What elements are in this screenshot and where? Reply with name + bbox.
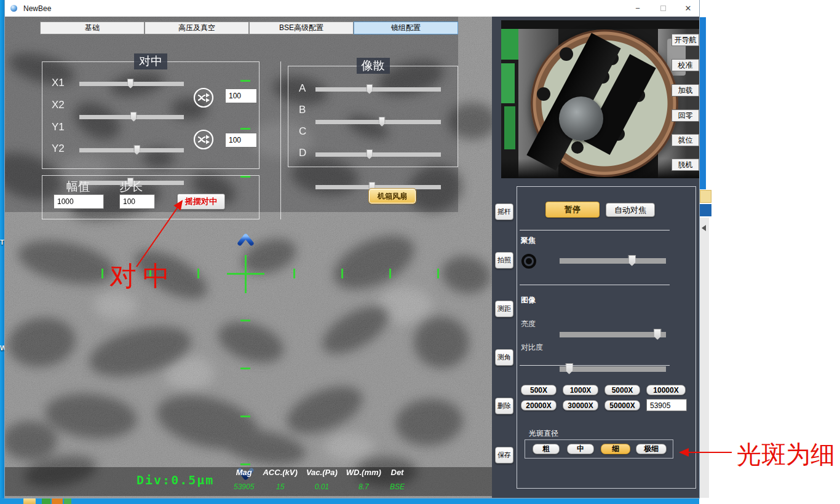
spot-coarse-button[interactable]: 粗 [533, 444, 560, 454]
slider-thumb[interactable] [654, 329, 662, 340]
offline-button[interactable]: 脱机 [672, 159, 699, 171]
centering-slider-x1[interactable] [79, 78, 184, 89]
divider [520, 230, 670, 230]
taskbar-icon-green2[interactable] [64, 497, 71, 504]
slider-thumb[interactable] [130, 112, 137, 122]
astigmatism-group: 像散 A B C D [288, 66, 458, 167]
astig-slider-b[interactable] [315, 116, 441, 127]
chevron-up-icon[interactable] [237, 233, 254, 246]
slider-track[interactable] [315, 87, 441, 92]
focus-slider[interactable] [560, 255, 666, 266]
spot-ultrafine-button[interactable]: 极细 [636, 444, 667, 454]
status-value: 0.01 [306, 482, 338, 491]
taskbar-icon-orange[interactable] [52, 498, 63, 504]
centering-group: 对中 X1 X2 Y1 Y2 [42, 61, 260, 169]
tab-bse-advanced[interactable]: BSE高级配置 [249, 22, 354, 34]
slider-track[interactable] [560, 332, 666, 337]
scroll-left-arrow-icon [702, 225, 706, 231]
chamber-camera-view [501, 20, 699, 178]
astig-slider-a[interactable] [315, 84, 441, 95]
tab-lens-config[interactable]: 镜组配置 [354, 22, 458, 34]
autofocus-button[interactable]: 自动对焦 [606, 203, 655, 217]
status-col-det: Det BSE [390, 468, 405, 491]
status-value: 53905 [234, 482, 254, 491]
control-panel: 暂停 自动对焦 聚焦 图像 亮度 对比度 [492, 17, 699, 498]
status-header: ACC.(kV) [263, 468, 297, 477]
title-bar[interactable]: NewBee − ✕ [5, 0, 699, 17]
slider-track[interactable] [315, 120, 441, 124]
swap-x-icon[interactable] [193, 87, 214, 108]
slider-track[interactable] [315, 152, 441, 157]
swap-y-icon[interactable] [193, 129, 214, 150]
close-button[interactable]: ✕ [678, 0, 699, 17]
taskbar-folder-icon[interactable] [23, 498, 36, 504]
slider-track[interactable] [560, 258, 666, 264]
app-window: NewBee − ✕ [5, 0, 699, 498]
mag-5000x-button[interactable]: 5000X [604, 385, 640, 395]
wobble-group: 幅值 步长 1000 100 摇摆对中 [42, 175, 260, 219]
centering-x-value[interactable]: 100 [225, 89, 257, 103]
slider-thumb[interactable] [366, 149, 373, 159]
background-scrollbar[interactable] [699, 218, 709, 498]
slider-thumb[interactable] [127, 79, 134, 89]
delete-button[interactable]: 删除 [495, 398, 513, 414]
step-value[interactable]: 100 [119, 194, 155, 209]
brightness-slider[interactable] [560, 329, 666, 340]
centering-slider-x2[interactable] [79, 111, 184, 122]
minimize-button[interactable]: − [627, 0, 648, 17]
status-header: Mag [234, 468, 254, 477]
status-col-mag: Mag 53905 [234, 468, 254, 491]
pause-button[interactable]: 暂停 [545, 202, 600, 218]
mag-20000x-button[interactable]: 20000X [521, 400, 557, 411]
slider-label-b: B [299, 104, 306, 116]
spot-fine-button[interactable]: 细 [601, 444, 630, 454]
save-button[interactable]: 保存 [495, 447, 513, 463]
tab-basic[interactable]: 基础 [40, 22, 145, 34]
scale-tick [341, 269, 343, 278]
wobble-centering-button[interactable]: 摇摆对中 [177, 194, 225, 210]
load-button[interactable]: 加载 [672, 84, 699, 96]
centering-y-value[interactable]: 100 [225, 133, 257, 148]
mag-30000x-button[interactable]: 30000X [563, 400, 598, 411]
mag-1000x-button[interactable]: 1000X [563, 385, 598, 395]
slider-thumb[interactable] [379, 117, 386, 127]
home-zero-button[interactable]: 回零 [672, 109, 699, 122]
status-col-vac: Vac.(Pa) 0.01 [306, 468, 338, 491]
slider-label-x1: X1 [52, 77, 65, 89]
snapshot-button[interactable]: 拍照 [495, 252, 513, 269]
slider-track[interactable] [79, 148, 184, 152]
amplitude-value[interactable]: 1000 [53, 194, 104, 209]
measure-distance-button[interactable]: 测距 [495, 301, 513, 317]
scale-dash [240, 80, 250, 82]
slider-track[interactable] [560, 366, 666, 372]
scale-tick [437, 269, 439, 278]
joystick-button[interactable]: 摇杆 [495, 203, 513, 220]
mag-500x-button[interactable]: 500X [521, 385, 557, 395]
in-position-button[interactable]: 就位 [672, 134, 699, 146]
slider-thumb[interactable] [366, 84, 373, 94]
centering-slider-y1[interactable] [79, 144, 184, 156]
slider-thumb[interactable] [628, 255, 636, 266]
desktop-icon-label-t: T [0, 238, 4, 246]
mag-50000x-button[interactable]: 50000X [604, 400, 640, 411]
tab-hv-vacuum[interactable]: 高压及真空 [145, 22, 249, 34]
chassis-fan-button[interactable]: 机箱风扇 [369, 189, 416, 203]
image-section-label: 图像 [521, 295, 536, 305]
spot-medium-button[interactable]: 中 [567, 444, 594, 454]
maximize-button[interactable] [652, 0, 673, 17]
open-navigation-button[interactable]: 开导航 [672, 34, 699, 46]
slider-thumb[interactable] [133, 145, 140, 155]
section-divider [280, 61, 281, 219]
scale-dash [240, 368, 250, 369]
astig-slider-c[interactable] [315, 149, 441, 160]
slider-label-d: D [299, 147, 306, 159]
contrast-label: 对比度 [521, 342, 543, 353]
mag-10000x-button[interactable]: 10000X [646, 385, 686, 395]
calibrate-button[interactable]: 校准 [672, 59, 699, 71]
mag-value-input[interactable]: 53905 [646, 399, 687, 411]
slider-label-c: C [299, 125, 306, 138]
focus-knob-icon[interactable] [521, 253, 537, 269]
sem-image-viewport[interactable]: 基础 高压及真空 BSE高级配置 镜组配置 对中 X1 X2 Y1 [5, 17, 492, 498]
measure-angle-button[interactable]: 测角 [495, 349, 513, 366]
taskbar-icon-green[interactable] [42, 497, 50, 504]
